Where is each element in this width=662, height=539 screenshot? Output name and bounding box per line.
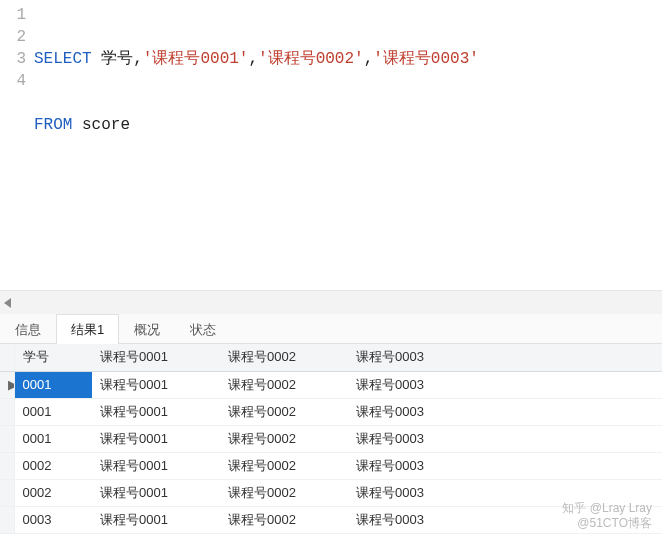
grid-cell[interactable]: 课程号0002 bbox=[220, 506, 348, 533]
grid-cell[interactable]: 0001 bbox=[14, 371, 92, 398]
string-literal: '课程号0001' bbox=[143, 50, 249, 68]
grid-cell-filler bbox=[476, 398, 662, 425]
line-number: 3 bbox=[0, 48, 26, 70]
table-row[interactable]: ▶0001课程号0001课程号0002课程号0003 bbox=[0, 371, 662, 398]
keyword-from: FROM bbox=[34, 116, 72, 134]
grid-cell[interactable]: 课程号0003 bbox=[348, 398, 476, 425]
grid-cell-filler bbox=[476, 371, 662, 398]
grid-cell[interactable]: 课程号0001 bbox=[92, 452, 220, 479]
line-number: 4 bbox=[0, 70, 26, 92]
line-number: 1 bbox=[0, 4, 26, 26]
row-marker bbox=[0, 506, 14, 533]
row-marker bbox=[0, 479, 14, 506]
table-row[interactable]: 0002课程号0001课程号0002课程号0003 bbox=[0, 452, 662, 479]
identifier: 学号 bbox=[101, 50, 133, 68]
sql-editor-pane: 1 2 3 4 SELECT 学号,'课程号0001','课程号0002','课… bbox=[0, 0, 662, 290]
table-row[interactable]: 0003课程号0001课程号0002课程号0003 bbox=[0, 506, 662, 533]
grid-cell-filler bbox=[476, 479, 662, 506]
string-literal: '课程号0003' bbox=[373, 50, 479, 68]
grid-cell[interactable]: 0003 bbox=[14, 506, 92, 533]
table-row[interactable]: 0001课程号0001课程号0002课程号0003 bbox=[0, 425, 662, 452]
tab-status[interactable]: 状态 bbox=[175, 314, 231, 344]
grid-cell[interactable]: 课程号0002 bbox=[220, 371, 348, 398]
grid-cell[interactable]: 课程号0001 bbox=[92, 398, 220, 425]
result-grid[interactable]: 学号 课程号0001 课程号0002 课程号0003 ▶0001课程号0001课… bbox=[0, 344, 662, 534]
grid-cell[interactable]: 课程号0003 bbox=[348, 506, 476, 533]
grid-cell-filler bbox=[476, 425, 662, 452]
column-header[interactable]: 课程号0001 bbox=[92, 344, 220, 371]
sql-editor[interactable]: 1 2 3 4 SELECT 学号,'课程号0001','课程号0002','课… bbox=[0, 0, 662, 312]
grid-cell[interactable]: 课程号0001 bbox=[92, 506, 220, 533]
table-row[interactable]: 0001课程号0001课程号0002课程号0003 bbox=[0, 398, 662, 425]
table-row[interactable]: 0002课程号0001课程号0002课程号0003 bbox=[0, 479, 662, 506]
grid-cell[interactable]: 0001 bbox=[14, 425, 92, 452]
keyword-select: SELECT bbox=[34, 50, 92, 68]
tab-info[interactable]: 信息 bbox=[0, 314, 56, 344]
grid-cell[interactable]: 课程号0001 bbox=[92, 425, 220, 452]
grid-cell[interactable]: 0001 bbox=[14, 398, 92, 425]
column-header[interactable]: 课程号0003 bbox=[348, 344, 476, 371]
grid-cell[interactable]: 课程号0003 bbox=[348, 371, 476, 398]
grid-cell-filler bbox=[476, 506, 662, 533]
row-marker: ▶ bbox=[0, 371, 14, 398]
grid-cell[interactable]: 课程号0003 bbox=[348, 479, 476, 506]
grid-cell[interactable]: 课程号0002 bbox=[220, 425, 348, 452]
line-number: 2 bbox=[0, 26, 26, 48]
grid-cell[interactable]: 课程号0003 bbox=[348, 452, 476, 479]
column-header[interactable]: 学号 bbox=[14, 344, 92, 371]
column-header[interactable]: 课程号0002 bbox=[220, 344, 348, 371]
grid-cell[interactable]: 课程号0001 bbox=[92, 479, 220, 506]
grid-cell[interactable]: 课程号0001 bbox=[92, 371, 220, 398]
grid-cell[interactable]: 课程号0002 bbox=[220, 479, 348, 506]
grid-cell[interactable]: 课程号0002 bbox=[220, 452, 348, 479]
grid-header-row: 学号 课程号0001 课程号0002 课程号0003 bbox=[0, 344, 662, 371]
column-header-filler bbox=[476, 344, 662, 371]
row-marker bbox=[0, 425, 14, 452]
tab-profile[interactable]: 概况 bbox=[119, 314, 175, 344]
string-literal: '课程号0002' bbox=[258, 50, 364, 68]
result-tabs: 信息 结果1 概况 状态 bbox=[0, 314, 662, 344]
tab-result1[interactable]: 结果1 bbox=[56, 314, 119, 344]
row-marker bbox=[0, 398, 14, 425]
line-gutter: 1 2 3 4 bbox=[0, 4, 34, 312]
grid-cell-filler bbox=[476, 452, 662, 479]
row-marker bbox=[0, 452, 14, 479]
identifier: score bbox=[82, 116, 130, 134]
row-marker-header bbox=[0, 344, 14, 371]
grid-cell[interactable]: 课程号0003 bbox=[348, 425, 476, 452]
code-area[interactable]: SELECT 学号,'课程号0001','课程号0002','课程号0003' … bbox=[34, 4, 662, 312]
grid-cell[interactable]: 课程号0002 bbox=[220, 398, 348, 425]
grid-cell[interactable]: 0002 bbox=[14, 479, 92, 506]
grid-cell[interactable]: 0002 bbox=[14, 452, 92, 479]
